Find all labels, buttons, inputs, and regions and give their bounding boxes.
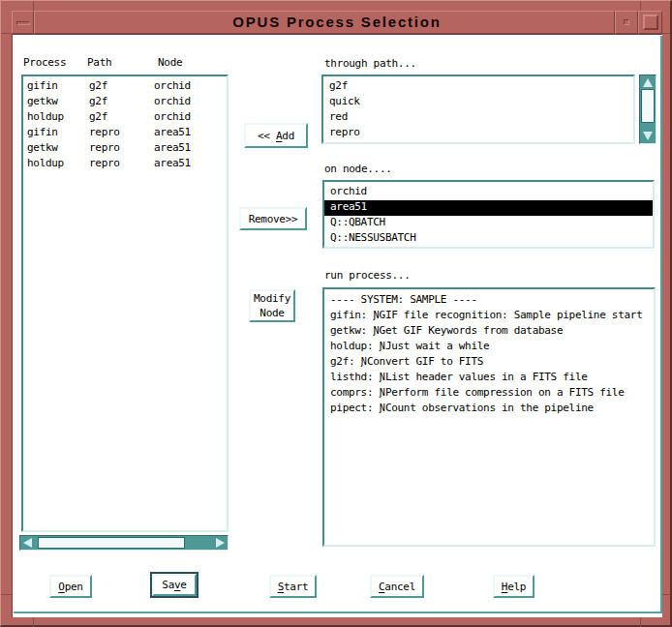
list-item[interactable]: g2f — [323, 79, 633, 95]
cancel-button[interactable]: Cancel — [370, 575, 424, 598]
add-button[interactable]: << Add — [244, 123, 308, 148]
open-button[interactable]: Open — [49, 575, 92, 598]
minimize-button[interactable] — [615, 11, 638, 34]
through-path-list[interactable]: g2fquickredrepro — [321, 75, 635, 144]
frame-handle-divider — [640, 617, 641, 627]
save-button[interactable]: Save — [152, 574, 197, 596]
frame-handle-divider — [33, 617, 34, 627]
window-menu-icon — [16, 21, 30, 25]
maximize-icon — [643, 15, 658, 30]
process-row[interactable]: getkwg2forchid — [23, 95, 227, 110]
titlebar[interactable]: OPUS Process Selection — [12, 11, 662, 34]
frame-handle-divider — [640, 1, 641, 11]
list-item[interactable]: orchid — [324, 185, 653, 200]
list-item[interactable]: Q::QBATCH — [324, 216, 653, 231]
column-header-node: Node — [158, 56, 182, 70]
cell: area51 — [154, 157, 191, 169]
process-row[interactable]: gifinreproarea51 — [23, 126, 227, 141]
frame-handle-divider — [33, 1, 34, 11]
cell: gifin — [27, 126, 58, 138]
list-item[interactable]: gifin: ƝGIF file recognition: Sample pip… — [324, 309, 654, 324]
cell: holdup — [27, 157, 64, 169]
cell: repro — [89, 126, 120, 138]
window-frame: OPUS Process Selection Process Path Node… — [0, 0, 672, 627]
node-list[interactable]: orchidarea51Q::QBATCHQ::NESSUSBATCH — [322, 180, 655, 249]
cell: area51 — [154, 141, 191, 154]
cell: orchid — [154, 95, 191, 107]
on-node-label: on node.... — [324, 163, 392, 175]
cell: repro — [89, 141, 120, 154]
list-item[interactable]: getkw: ƝGet GIF Keywords from database — [324, 324, 654, 340]
titlebar-drag-area[interactable] — [34, 11, 615, 34]
default-button-ring: Save — [150, 572, 199, 598]
column-header-process: Process — [23, 56, 66, 70]
list-item[interactable]: quick — [323, 95, 633, 110]
cell: orchid — [154, 110, 191, 123]
scroll-down-icon[interactable] — [643, 132, 653, 140]
process-list-hscrollbar[interactable] — [19, 535, 229, 551]
cell: g2f — [89, 110, 107, 123]
list-item[interactable]: holdup: ƝJust wait a while — [324, 340, 654, 355]
cell: g2f — [89, 79, 107, 92]
list-item[interactable]: area51 — [324, 200, 653, 216]
remove-button[interactable]: Remove>> — [239, 207, 307, 230]
through-path-label: through path... — [324, 57, 416, 70]
cell: g2f — [89, 95, 107, 107]
run-process-list[interactable]: ---- SYSTEM: SAMPLE ----gifin: ƝGIF file… — [322, 287, 656, 547]
cell: gifin — [27, 79, 58, 92]
scroll-left-icon[interactable] — [23, 538, 32, 548]
maximize-button[interactable] — [638, 11, 662, 34]
process-row[interactable]: getkwreproarea51 — [23, 141, 227, 157]
minimize-icon — [624, 19, 629, 25]
window-menu-button[interactable] — [12, 11, 34, 34]
frame-handle-divider — [1, 594, 12, 595]
hscrollbar-thumb[interactable] — [38, 537, 185, 549]
through-path-vscrollbar[interactable] — [639, 75, 657, 144]
list-item[interactable]: comprs: ƝPerform file compression on a F… — [324, 386, 654, 402]
process-row[interactable]: holdupg2forchid — [23, 110, 227, 126]
process-row[interactable]: gifing2forchid — [23, 79, 227, 95]
cell: getkw — [27, 95, 58, 107]
start-button[interactable]: Start — [269, 575, 317, 598]
cell: holdup — [27, 110, 64, 123]
cell: repro — [89, 157, 120, 169]
cell: getkw — [27, 141, 58, 154]
help-button[interactable]: Help — [493, 575, 535, 598]
list-item[interactable]: red — [323, 110, 633, 126]
list-item[interactable]: g2f: ƝConvert GIF to FITS — [324, 355, 654, 371]
list-item[interactable]: Q::NESSUSBATCH — [324, 231, 653, 247]
cell: orchid — [154, 79, 191, 92]
list-item[interactable]: repro — [323, 126, 633, 141]
modify-node-button[interactable]: Modify Node — [249, 289, 295, 322]
dialog-body: Process Path Node gifing2forchidgetkwg2f… — [12, 34, 662, 617]
cell: area51 — [154, 126, 191, 138]
list-item[interactable]: pipect: ƝCount observations in the pipel… — [324, 402, 654, 417]
scroll-right-icon[interactable] — [216, 538, 225, 548]
run-process-label: run process... — [324, 269, 411, 282]
process-row[interactable]: holdupreproarea51 — [23, 157, 227, 172]
process-list[interactable]: gifing2forchidgetkwg2forchidholdupg2forc… — [21, 75, 229, 532]
list-item[interactable]: ---- SYSTEM: SAMPLE ---- — [324, 293, 654, 309]
frame-handle-divider — [1, 33, 12, 34]
scroll-up-icon[interactable] — [643, 78, 653, 87]
vscrollbar-thumb[interactable] — [641, 89, 655, 123]
list-item[interactable]: listhd: ƝList header values in a FITS fi… — [324, 371, 654, 386]
column-header-path: Path — [87, 56, 111, 70]
